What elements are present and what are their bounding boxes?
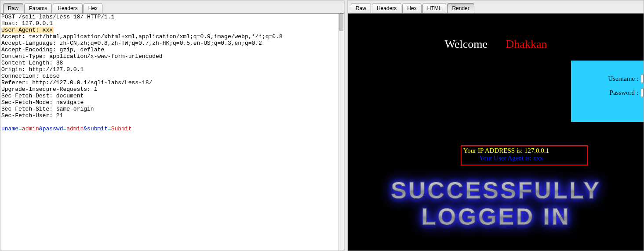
header-line[interactable]: Accept-Encoding: gzip, deflate [1,47,104,53]
header-line[interactable]: Referer: http://127.0.0.1/sqli-labs/Less… [1,79,152,86]
header-line[interactable]: Connection: close [1,73,60,79]
header-line[interactable]: Origin: http://127.0.0.1 [1,66,84,73]
password-field[interactable] [641,88,644,97]
welcome-line: Welcome Dhakkan [348,38,644,51]
vertical-scrollbar[interactable] [338,14,344,251]
request-tab-headers[interactable]: Headers [53,3,82,13]
request-tab-raw[interactable]: Raw [3,3,23,13]
login-form: Username : Password : [571,61,644,122]
ip-line: Your IP ADDRESS is: 127.0.0.1 [463,147,586,154]
response-tabbar: RawHeadersHexHTMLRender [348,0,644,14]
username-label: Username : [608,75,638,82]
render-view: Welcome Dhakkan Username : Password : Yo… [348,14,644,251]
response-tab-html[interactable]: HTML [422,3,447,13]
response-tab-hex[interactable]: Hex [402,3,421,13]
request-text-area[interactable]: POST /sqli-labs/Less-18/ HTTP/1.1 Host: … [0,14,344,251]
request-pane: RawParamsHeadersHex POST /sqli-labs/Less… [0,0,344,251]
success-line2: LOGGED IN [421,203,570,229]
request-body[interactable]: uname=admin&passwd=admin&submit=Submit [1,126,132,132]
pane-divider[interactable] [344,0,348,251]
ua-line: Your User Agent is: xxx [479,154,543,162]
welcome-text: Welcome [445,38,496,50]
success-banner: SUCCESSFULLY LOGGED IN [348,177,644,229]
request-tabbar: RawParamsHeadersHex [0,0,344,14]
info-box: Your IP ADDRESS is: 127.0.0.1 Your User … [461,145,588,165]
header-line[interactable]: Sec-Fetch-Mode: navigate [1,99,84,106]
username-field[interactable] [641,74,644,83]
response-pane: RawHeadersHexHTMLRender Welcome Dhakkan … [348,0,644,251]
response-tab-render[interactable]: Render [447,3,474,13]
header-line[interactable]: Content-Length: 38 [1,60,63,66]
success-line1: SUCCESSFULLY [391,177,601,203]
header-line[interactable]: Sec-Fetch-Site: same-origin [1,106,94,112]
dhakkan-text: Dhakkan [506,38,547,50]
request-tab-hex[interactable]: Hex [84,3,102,13]
request-line[interactable]: POST /sqli-labs/Less-18/ HTTP/1.1 [1,14,114,20]
header-line[interactable]: Sec-Fetch-User: ?1 [1,112,63,119]
response-tab-headers[interactable]: Headers [372,3,401,13]
header-line[interactable]: Accept-Language: zh-CN,zh;q=0.8,zh-TW;q=… [1,40,262,47]
header-line[interactable]: Upgrade-Insecure-Requests: 1 [1,86,97,93]
header-line[interactable]: Content-Type: application/x-www-form-url… [1,53,163,60]
header-user-agent[interactable]: User-Agent: xxx [1,27,53,33]
response-tab-raw[interactable]: Raw [351,3,371,13]
header-line[interactable]: Accept: text/html,application/xhtml+xml,… [1,33,283,40]
header-line[interactable]: Host: 127.0.0.1 [1,20,53,27]
scrollbar-thumb[interactable] [339,14,343,31]
password-label: Password : [610,89,638,97]
request-tab-params[interactable]: Params [24,3,52,13]
header-line[interactable]: Sec-Fetch-Dest: document [1,93,84,99]
